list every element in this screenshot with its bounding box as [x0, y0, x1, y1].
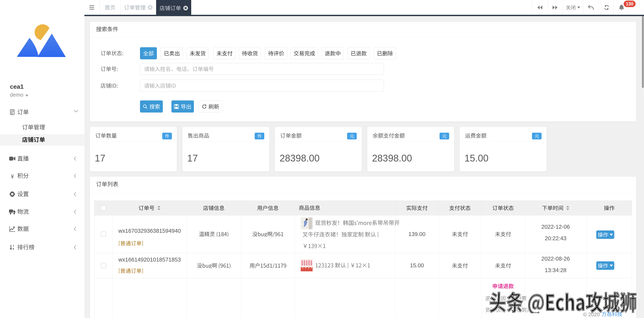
svg-text:9: 9: [13, 248, 14, 250]
svg-text:1: 1: [13, 244, 14, 247]
